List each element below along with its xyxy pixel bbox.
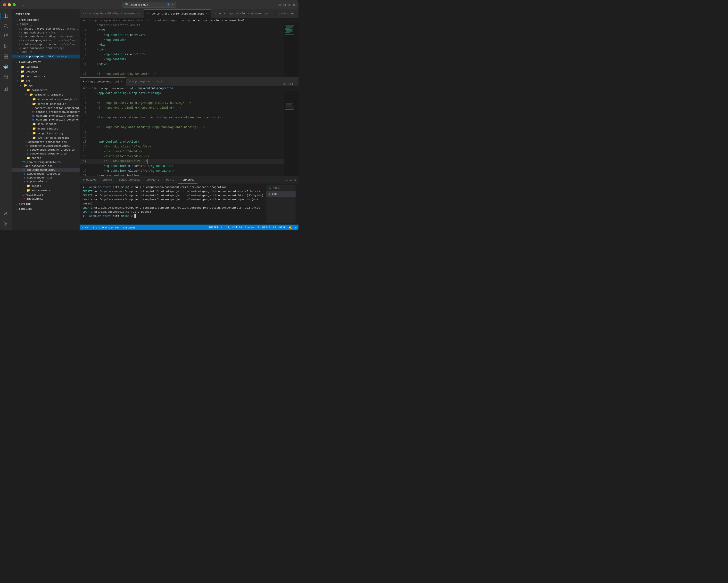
activity-item-settings[interactable] xyxy=(1,219,10,228)
toggle-panel-right-button[interactable]: ▦ xyxy=(293,3,295,6)
angular-study-root[interactable]: ▾ ANGULAR-STUDY xyxy=(11,60,80,65)
folder-two-way-data-binding[interactable]: › 📁 two-way-data-binding xyxy=(11,136,80,140)
open-file-content-projection-css[interactable]: # content-projection.component.css src/a… xyxy=(11,43,80,46)
close-panel-button[interactable]: × xyxy=(294,177,296,183)
tab-close-icon[interactable]: × xyxy=(206,12,208,15)
file-app-module[interactable]: TS app.module.ts xyxy=(11,180,80,184)
file-index-html[interactable]: <> index.html xyxy=(11,197,80,201)
activity-item-extensions[interactable] xyxy=(1,52,10,61)
split-editor-button-bottom[interactable]: ⊞ xyxy=(287,82,289,86)
folder-assets[interactable]: › 📁 assets xyxy=(11,184,80,188)
folder-vscode[interactable]: › 📁 .vscode xyxy=(11,70,80,74)
position-item[interactable]: Ln 17, Col 28 xyxy=(221,226,242,229)
tab-close-icon[interactable]: × xyxy=(161,80,163,83)
folder-src[interactable]: ▾ 📂 src xyxy=(11,79,80,83)
activity-item-explorer[interactable] xyxy=(1,11,10,20)
file-app-routing[interactable]: TS app-routing.module.ts xyxy=(11,160,80,164)
folder-environments[interactable]: › 📁 environments xyxy=(11,188,80,193)
folder-angular[interactable]: › 📁 .angular xyxy=(11,65,80,70)
folder-event-binding[interactable]: › 📁 event-binding xyxy=(11,126,80,131)
folder-component-template[interactable]: ▾ 📂 component-template xyxy=(11,92,80,97)
file-comp-spec[interactable]: TS components.component.spec.ts xyxy=(11,148,80,152)
nav-forward-button[interactable]: › xyxy=(26,2,29,7)
activity-item-run-debug[interactable] xyxy=(1,42,10,51)
tab-two-way-ts[interactable]: TS two-way-data-binding.component.ts xyxy=(80,9,144,18)
maximize-panel-button[interactable]: ∧ xyxy=(289,177,293,183)
minimize-button[interactable] xyxy=(8,3,11,6)
terminal-main[interactable]: ● ◦ angular-study git:(main) ✗ ng g c co… xyxy=(82,185,264,223)
activity-item-docker[interactable]: 🐳 xyxy=(1,62,10,71)
folder-shared[interactable]: › 📁 shared xyxy=(11,156,80,160)
terminal-tab-node[interactable]: ⬡ node xyxy=(266,185,295,191)
file-comp-html[interactable]: <> components.component.html xyxy=(11,144,80,148)
custom-layout-button[interactable]: ⊞ xyxy=(278,3,281,6)
folder-property-binding[interactable]: › 📁 property-binding xyxy=(11,131,80,136)
folder-content-projection[interactable]: ▾ 📂 content-projection xyxy=(11,102,80,106)
panel-tab-terminal[interactable]: TERMINAL xyxy=(178,176,197,184)
file-cp-html[interactable]: <> content-projection.component.html xyxy=(11,110,80,114)
file-comp-css[interactable]: # components.component.css xyxy=(11,140,80,144)
file-cp-spec[interactable]: TS content-projection.component.spec.ts xyxy=(11,114,80,118)
file-comp-ts[interactable]: TS components.component.ts xyxy=(11,152,80,156)
panel-tab-problems[interactable]: PROBLEMS xyxy=(80,176,99,184)
panel-tab-comments[interactable]: COMMENTS xyxy=(143,176,163,184)
folder-node-modules[interactable]: › 📁 node_modules xyxy=(11,74,80,79)
tab-app-component-html[interactable]: ● <> app.component.html × xyxy=(80,77,126,86)
tab-content-projection-css[interactable]: # content-projection.component.css × xyxy=(211,9,276,18)
panel-tab-ports[interactable]: PORTS xyxy=(163,176,178,184)
open-file-app-component-html-g1[interactable]: <> app.component.html src/app xyxy=(11,46,80,50)
language-item[interactable]: HTML xyxy=(279,226,286,229)
file-app-component-spec[interactable]: TS app.component.spec.ts xyxy=(11,172,80,176)
open-file-content-projection-html[interactable]: <> content-projection.component.html src… xyxy=(11,38,80,43)
file-cp-css[interactable]: # content-projection.component.css xyxy=(11,106,80,110)
tab-content-projection-html[interactable]: <> content-projection.component.html × xyxy=(144,9,211,18)
open-file-app-component-html-g2[interactable]: × <> app.component.html src/app xyxy=(11,55,80,58)
more-actions-button-bottom[interactable]: ··· xyxy=(294,82,296,86)
remote-connection-icon[interactable]: ⇄ xyxy=(295,226,296,229)
activity-item-search[interactable] xyxy=(1,21,10,31)
tab-close-icon[interactable]: × xyxy=(270,12,272,15)
nav-back-button[interactable]: ‹ xyxy=(22,2,25,7)
encoding-item[interactable]: UTF-8 xyxy=(262,226,270,229)
spaces-item[interactable]: Spaces: 2 xyxy=(245,226,259,229)
run-button-bottom[interactable]: ▷ xyxy=(283,82,286,86)
split-terminal-button[interactable]: ··· xyxy=(285,177,288,183)
folder-components[interactable]: ▾ 📂 components xyxy=(11,88,80,92)
folder-app[interactable]: ▾ 📂 app xyxy=(11,83,80,88)
search-bar[interactable]: 🔍 👤 ▾ xyxy=(123,2,176,7)
activity-item-account[interactable] xyxy=(1,209,10,218)
close-button[interactable] xyxy=(3,3,6,6)
terminal-tab-zsh[interactable]: $ zsh xyxy=(266,191,295,197)
search-input[interactable] xyxy=(130,3,164,6)
tab-app-component-css[interactable]: # app.component.css × xyxy=(126,77,166,86)
open-editors-section[interactable]: ▾ OPEN EDITORS xyxy=(11,18,80,23)
outline-section[interactable]: › OUTLINE xyxy=(11,202,80,206)
folder-access-native[interactable]: › 📁 access-native-dom-objects xyxy=(11,97,80,102)
bottom-code-editor[interactable]: 3 <app-data-binding></app-data-binding> … xyxy=(80,91,284,176)
file-app-component-ts[interactable]: TS app.component.ts xyxy=(11,176,80,180)
file-app-component-html[interactable]: <> app.component.html xyxy=(11,168,80,172)
notifications-icon[interactable]: 🔔 xyxy=(288,226,292,229)
folder-data-binding[interactable]: › 📁 data-binding xyxy=(11,122,80,126)
open-file-access-native[interactable]: TS access-native-dom-objects.component.t… xyxy=(11,27,80,31)
activity-item-charts[interactable] xyxy=(1,84,10,93)
panel-tab-debug[interactable]: DEBUG CONSOLE xyxy=(115,176,143,184)
run-testcases-item[interactable]: ▷ Run Testcases xyxy=(112,226,136,229)
errors-item[interactable]: ⊗ 0 xyxy=(93,226,98,229)
info-item[interactable]: ⊘ 0 xyxy=(105,226,110,229)
activity-item-source-control[interactable] xyxy=(1,31,10,41)
new-terminal-button[interactable]: ＋ xyxy=(280,177,284,183)
eol-item[interactable]: LF xyxy=(273,226,277,229)
toggle-sidebar-button[interactable]: ▤ xyxy=(283,3,286,6)
toggle-layout-button-bottom[interactable]: ⊡ xyxy=(290,82,293,86)
file-app-component-css[interactable]: # app.component.css xyxy=(11,164,80,168)
panel-tab-output[interactable]: OUTPUT xyxy=(99,176,116,184)
sidebar-more-button[interactable]: ··· xyxy=(69,12,76,16)
git-branch-item[interactable]: ⑂ main xyxy=(81,226,91,229)
toggle-panel-button[interactable]: ▥ xyxy=(288,3,291,6)
activity-item-testing[interactable] xyxy=(1,72,10,82)
timeline-section[interactable]: › TIMELINE xyxy=(11,206,80,212)
file-favicon[interactable]: ★ favicon.ico xyxy=(11,193,80,197)
maximize-button[interactable] xyxy=(12,3,16,6)
warnings-item[interactable]: ⚠ 0 xyxy=(99,226,104,229)
